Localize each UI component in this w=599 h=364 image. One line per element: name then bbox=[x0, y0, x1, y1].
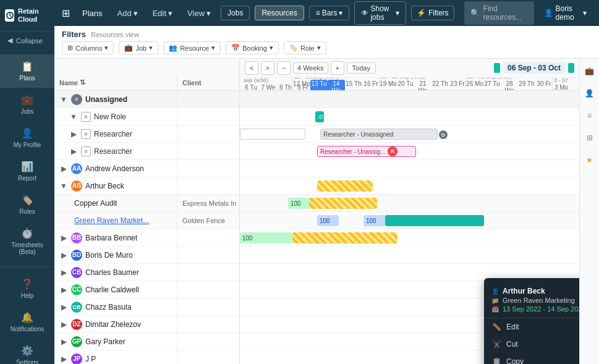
row-label: Researcher bbox=[94, 130, 132, 138]
row-toggle[interactable]: ▶ bbox=[69, 147, 78, 156]
row-toggle[interactable]: ▶ bbox=[59, 303, 68, 311]
row-name-cell: ▶ BD Boris De Muro bbox=[54, 247, 177, 263]
row-toggle[interactable]: ▶ bbox=[69, 130, 78, 138]
timeline-panel: < > − 4 Weeks + Today 06 Sep - 03 Oct bbox=[240, 59, 579, 364]
plans-nav-item[interactable]: Plans bbox=[77, 6, 108, 20]
edit-menu-item[interactable]: ✏️ Edit bbox=[484, 318, 579, 336]
booking-bar[interactable] bbox=[309, 198, 377, 209]
zoom-in-button[interactable]: + bbox=[331, 61, 344, 75]
row-toggle[interactable]: ▶ bbox=[59, 320, 68, 329]
row-name-cell: ▶ BB Barbara Bennet bbox=[54, 229, 177, 246]
booking-bar[interactable]: 100 bbox=[317, 215, 339, 226]
resource-filter-icon: 👥 bbox=[169, 44, 177, 52]
role-filter-chip[interactable]: 🏷️ Role ▾ bbox=[284, 41, 326, 54]
booking-bar[interactable] bbox=[385, 215, 484, 226]
cm-person: 👤 Arthur Beck bbox=[491, 287, 579, 295]
cut-menu-label: Cut bbox=[506, 340, 518, 349]
row-name-cell: ▼ ≡ New Role bbox=[54, 108, 177, 125]
today-button[interactable]: Today bbox=[347, 62, 376, 74]
row-toggle[interactable]: ▶ bbox=[59, 251, 68, 260]
booking-bar[interactable]: .D bbox=[315, 111, 324, 122]
columns-button[interactable]: ⊞ Columns ▾ bbox=[62, 41, 114, 54]
row-label: Green Raven Market... bbox=[74, 216, 149, 225]
edit-nav-item[interactable]: Edit ▾ bbox=[148, 6, 177, 20]
row-label: Gary Parker bbox=[85, 337, 125, 346]
sidebar-item-jobs[interactable]: 💼 Jobs bbox=[0, 88, 54, 121]
star-right-icon[interactable]: ★ bbox=[582, 153, 597, 167]
row-label: Arthur Beck bbox=[85, 182, 124, 190]
table-row: ▶ DZ Dimitar Zhelezov bbox=[54, 316, 239, 333]
sidebar-item-label: Timesheets (Beta) bbox=[2, 242, 52, 255]
show-jobs-button[interactable]: 👁 Show jobs ▾ bbox=[354, 1, 406, 25]
columns-label: Columns bbox=[75, 44, 102, 52]
row-label: Researcher bbox=[94, 147, 132, 156]
cut-menu-item[interactable]: ✂️ Cut bbox=[484, 336, 579, 353]
person-right-icon[interactable]: 👤 bbox=[582, 86, 597, 101]
row-toggle[interactable]: ▼ bbox=[59, 95, 68, 104]
resource-filter-chip[interactable]: 👥 Resource ▾ bbox=[163, 41, 221, 54]
avatar: AB bbox=[71, 180, 82, 192]
copy-menu-item[interactable]: 📋 Copy bbox=[484, 353, 579, 364]
collapse-label: Collapse bbox=[16, 37, 43, 44]
week-36-header: sep (w36) 6 Tu 7 We 8 Th 9 Fr bbox=[242, 78, 292, 90]
add-nav-item[interactable]: Add ▾ bbox=[113, 6, 143, 20]
chevron-left-icon: ◀ bbox=[7, 36, 12, 44]
row-client-cell: Express Metals In bbox=[177, 195, 239, 211]
resources-tab-button[interactable]: Resources bbox=[255, 6, 304, 20]
next-week-button[interactable]: > bbox=[261, 61, 274, 75]
r-badge: R bbox=[388, 146, 397, 156]
user-icon: 👤 bbox=[544, 9, 553, 17]
sidebar-item-settings[interactable]: ⚙️ Settings bbox=[0, 339, 54, 364]
row-toggle[interactable]: ▶ bbox=[59, 234, 68, 242]
row-label: Charles Baumer bbox=[85, 268, 139, 277]
sidebar-item-plans[interactable]: 📋 Plans bbox=[0, 54, 54, 88]
prev-week-button[interactable]: < bbox=[245, 61, 258, 75]
list-right-icon[interactable]: ≡ bbox=[582, 108, 597, 123]
row-toggle[interactable]: ▼ bbox=[59, 182, 68, 190]
sidebar-item-notifications[interactable]: 🔔 Notifications bbox=[0, 305, 54, 339]
collapse-item[interactable]: ◀ Collapse bbox=[0, 32, 54, 49]
table-right-icon[interactable]: ⊞ bbox=[582, 130, 597, 145]
row-header: Name ⇅ Client bbox=[54, 59, 239, 91]
sidebar-item-report[interactable]: 📊 Report bbox=[0, 154, 54, 188]
sidebar-item-my-profile[interactable]: 👤 My Profile bbox=[0, 121, 54, 154]
jobs-tab-button[interactable]: Jobs bbox=[221, 6, 250, 20]
find-resources-search[interactable]: 🔍 Find resources... bbox=[464, 1, 534, 25]
bars-button[interactable]: ≡ Bars ▾ bbox=[309, 6, 350, 20]
client-column-label: Client bbox=[182, 79, 202, 87]
user-label: Boris demo bbox=[556, 4, 580, 22]
row-client-cell bbox=[177, 316, 239, 332]
booking-filter-icon: 📅 bbox=[231, 44, 240, 52]
job-filter-chip[interactable]: 💼 Job ▾ bbox=[119, 41, 158, 54]
row-toggle[interactable]: ▼ bbox=[69, 112, 78, 121]
briefcase-right-icon[interactable]: 💼 bbox=[582, 64, 597, 78]
booking-bar[interactable]: 100 bbox=[363, 215, 385, 226]
eye-icon: 👁 bbox=[361, 9, 368, 17]
sidebar-item-roles[interactable]: 🏷️ Roles bbox=[0, 188, 54, 221]
booking-filter-chip[interactable]: 📅 Booking ▾ bbox=[226, 41, 279, 54]
sidebar-item-timesheets[interactable]: ⏱️ Timesheets (Beta) bbox=[0, 221, 54, 261]
booking-bar[interactable]: 100 bbox=[240, 232, 292, 243]
booking-bar[interactable]: Researcher - Unassig... R bbox=[317, 146, 416, 157]
sidebar-item-help[interactable]: ❓ Help bbox=[0, 272, 54, 305]
view-nav-item[interactable]: View ▾ bbox=[182, 6, 216, 20]
row-toggle[interactable]: ▶ bbox=[59, 286, 68, 294]
booking-bar[interactable] bbox=[317, 180, 373, 192]
booking-bar[interactable]: Researcher - Unassigned bbox=[320, 129, 438, 140]
row-toggle[interactable]: ▶ bbox=[59, 164, 68, 173]
zoom-out-button[interactable]: − bbox=[277, 61, 291, 75]
booking-bar[interactable] bbox=[292, 232, 397, 243]
booking-bar[interactable]: 100 bbox=[288, 198, 310, 209]
row-toggle[interactable]: ▶ bbox=[59, 268, 68, 277]
user-menu[interactable]: 👤 Boris demo ▾ bbox=[539, 2, 592, 24]
row-toggle[interactable]: ▶ bbox=[59, 337, 68, 346]
row-toggle[interactable]: ▶ bbox=[59, 355, 68, 363]
client-column-header: Client bbox=[177, 75, 239, 90]
row-client-cell bbox=[177, 177, 239, 194]
row-label: Andrew Anderson bbox=[85, 164, 144, 173]
row-name-cell: ▶ ≡ Researcher bbox=[54, 125, 177, 142]
cm-date-text: 13 Sep 2022 - 14 Sep 2022 bbox=[503, 305, 579, 313]
plans-nav-label: Plans bbox=[82, 9, 103, 18]
zoom-select[interactable]: 4 Weeks bbox=[293, 62, 328, 74]
filters-button[interactable]: ⚡ Filters bbox=[411, 6, 454, 20]
